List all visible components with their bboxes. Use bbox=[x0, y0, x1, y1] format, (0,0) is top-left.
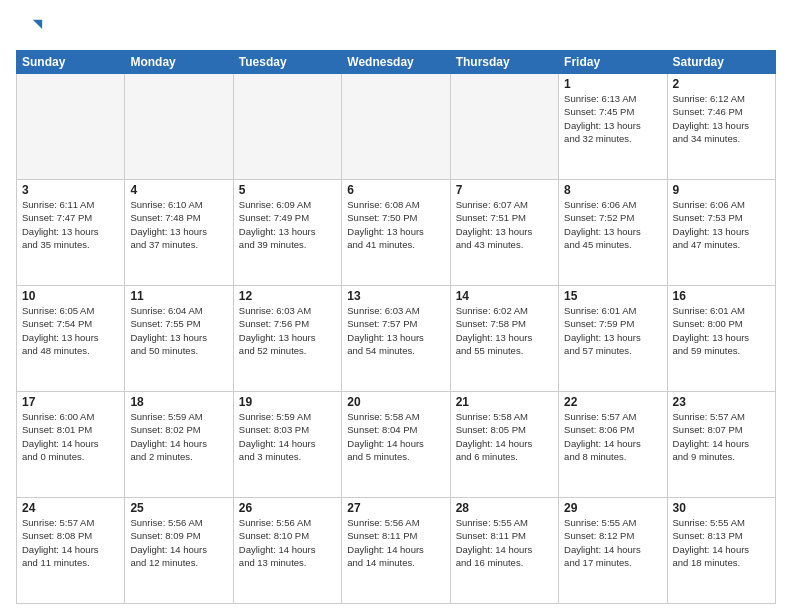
calendar-day-cell: 19Sunrise: 5:59 AMSunset: 8:03 PMDayligh… bbox=[233, 392, 341, 498]
day-number: 23 bbox=[673, 395, 770, 409]
day-number: 9 bbox=[673, 183, 770, 197]
day-info: Sunrise: 5:57 AMSunset: 8:06 PMDaylight:… bbox=[564, 410, 661, 463]
day-number: 4 bbox=[130, 183, 227, 197]
calendar-week-row: 1Sunrise: 6:13 AMSunset: 7:45 PMDaylight… bbox=[17, 74, 776, 180]
day-number: 30 bbox=[673, 501, 770, 515]
day-number: 28 bbox=[456, 501, 553, 515]
day-number: 3 bbox=[22, 183, 119, 197]
day-info: Sunrise: 6:03 AMSunset: 7:57 PMDaylight:… bbox=[347, 304, 444, 357]
day-info: Sunrise: 6:02 AMSunset: 7:58 PMDaylight:… bbox=[456, 304, 553, 357]
calendar-day-cell: 14Sunrise: 6:02 AMSunset: 7:58 PMDayligh… bbox=[450, 286, 558, 392]
logo-icon bbox=[16, 16, 44, 44]
calendar-day-cell: 29Sunrise: 5:55 AMSunset: 8:12 PMDayligh… bbox=[559, 498, 667, 604]
day-info: Sunrise: 5:57 AMSunset: 8:08 PMDaylight:… bbox=[22, 516, 119, 569]
day-info: Sunrise: 5:56 AMSunset: 8:09 PMDaylight:… bbox=[130, 516, 227, 569]
day-info: Sunrise: 6:08 AMSunset: 7:50 PMDaylight:… bbox=[347, 198, 444, 251]
day-info: Sunrise: 6:06 AMSunset: 7:53 PMDaylight:… bbox=[673, 198, 770, 251]
calendar-day-header: Monday bbox=[125, 51, 233, 74]
day-info: Sunrise: 6:01 AMSunset: 8:00 PMDaylight:… bbox=[673, 304, 770, 357]
calendar-day-cell: 13Sunrise: 6:03 AMSunset: 7:57 PMDayligh… bbox=[342, 286, 450, 392]
day-info: Sunrise: 6:09 AMSunset: 7:49 PMDaylight:… bbox=[239, 198, 336, 251]
calendar-day-cell bbox=[125, 74, 233, 180]
calendar-day-header: Sunday bbox=[17, 51, 125, 74]
calendar-day-cell: 1Sunrise: 6:13 AMSunset: 7:45 PMDaylight… bbox=[559, 74, 667, 180]
calendar-day-cell: 22Sunrise: 5:57 AMSunset: 8:06 PMDayligh… bbox=[559, 392, 667, 498]
day-info: Sunrise: 5:56 AMSunset: 8:11 PMDaylight:… bbox=[347, 516, 444, 569]
calendar-week-row: 3Sunrise: 6:11 AMSunset: 7:47 PMDaylight… bbox=[17, 180, 776, 286]
calendar-day-cell: 17Sunrise: 6:00 AMSunset: 8:01 PMDayligh… bbox=[17, 392, 125, 498]
day-info: Sunrise: 6:13 AMSunset: 7:45 PMDaylight:… bbox=[564, 92, 661, 145]
day-number: 21 bbox=[456, 395, 553, 409]
day-info: Sunrise: 6:07 AMSunset: 7:51 PMDaylight:… bbox=[456, 198, 553, 251]
calendar-week-row: 24Sunrise: 5:57 AMSunset: 8:08 PMDayligh… bbox=[17, 498, 776, 604]
day-number: 26 bbox=[239, 501, 336, 515]
calendar-day-cell: 16Sunrise: 6:01 AMSunset: 8:00 PMDayligh… bbox=[667, 286, 775, 392]
day-number: 25 bbox=[130, 501, 227, 515]
calendar-day-header: Wednesday bbox=[342, 51, 450, 74]
day-info: Sunrise: 6:04 AMSunset: 7:55 PMDaylight:… bbox=[130, 304, 227, 357]
day-info: Sunrise: 5:57 AMSunset: 8:07 PMDaylight:… bbox=[673, 410, 770, 463]
calendar-day-cell: 30Sunrise: 5:55 AMSunset: 8:13 PMDayligh… bbox=[667, 498, 775, 604]
calendar-day-cell: 18Sunrise: 5:59 AMSunset: 8:02 PMDayligh… bbox=[125, 392, 233, 498]
calendar-day-cell: 28Sunrise: 5:55 AMSunset: 8:11 PMDayligh… bbox=[450, 498, 558, 604]
page: SundayMondayTuesdayWednesdayThursdayFrid… bbox=[0, 0, 792, 612]
calendar-day-cell: 3Sunrise: 6:11 AMSunset: 7:47 PMDaylight… bbox=[17, 180, 125, 286]
day-number: 13 bbox=[347, 289, 444, 303]
calendar-day-header: Tuesday bbox=[233, 51, 341, 74]
day-number: 6 bbox=[347, 183, 444, 197]
calendar-day-header: Thursday bbox=[450, 51, 558, 74]
day-number: 12 bbox=[239, 289, 336, 303]
calendar-day-cell: 27Sunrise: 5:56 AMSunset: 8:11 PMDayligh… bbox=[342, 498, 450, 604]
day-number: 11 bbox=[130, 289, 227, 303]
day-info: Sunrise: 6:01 AMSunset: 7:59 PMDaylight:… bbox=[564, 304, 661, 357]
day-number: 19 bbox=[239, 395, 336, 409]
calendar-header-row: SundayMondayTuesdayWednesdayThursdayFrid… bbox=[17, 51, 776, 74]
calendar-day-cell bbox=[17, 74, 125, 180]
day-info: Sunrise: 6:03 AMSunset: 7:56 PMDaylight:… bbox=[239, 304, 336, 357]
day-number: 27 bbox=[347, 501, 444, 515]
calendar-day-header: Saturday bbox=[667, 51, 775, 74]
svg-rect-1 bbox=[18, 20, 35, 41]
day-info: Sunrise: 6:10 AMSunset: 7:48 PMDaylight:… bbox=[130, 198, 227, 251]
day-number: 8 bbox=[564, 183, 661, 197]
calendar-day-cell: 21Sunrise: 5:58 AMSunset: 8:05 PMDayligh… bbox=[450, 392, 558, 498]
calendar-day-cell: 6Sunrise: 6:08 AMSunset: 7:50 PMDaylight… bbox=[342, 180, 450, 286]
calendar-day-cell bbox=[342, 74, 450, 180]
day-number: 29 bbox=[564, 501, 661, 515]
day-number: 1 bbox=[564, 77, 661, 91]
calendar-day-cell: 23Sunrise: 5:57 AMSunset: 8:07 PMDayligh… bbox=[667, 392, 775, 498]
logo bbox=[16, 16, 48, 44]
day-info: Sunrise: 5:55 AMSunset: 8:11 PMDaylight:… bbox=[456, 516, 553, 569]
calendar-day-cell: 12Sunrise: 6:03 AMSunset: 7:56 PMDayligh… bbox=[233, 286, 341, 392]
calendar-day-cell: 20Sunrise: 5:58 AMSunset: 8:04 PMDayligh… bbox=[342, 392, 450, 498]
calendar-day-cell: 15Sunrise: 6:01 AMSunset: 7:59 PMDayligh… bbox=[559, 286, 667, 392]
calendar-day-cell bbox=[233, 74, 341, 180]
calendar-day-cell: 2Sunrise: 6:12 AMSunset: 7:46 PMDaylight… bbox=[667, 74, 775, 180]
day-info: Sunrise: 6:05 AMSunset: 7:54 PMDaylight:… bbox=[22, 304, 119, 357]
calendar-day-cell: 7Sunrise: 6:07 AMSunset: 7:51 PMDaylight… bbox=[450, 180, 558, 286]
day-number: 7 bbox=[456, 183, 553, 197]
calendar-day-cell: 24Sunrise: 5:57 AMSunset: 8:08 PMDayligh… bbox=[17, 498, 125, 604]
day-info: Sunrise: 6:11 AMSunset: 7:47 PMDaylight:… bbox=[22, 198, 119, 251]
day-number: 14 bbox=[456, 289, 553, 303]
calendar-day-cell: 10Sunrise: 6:05 AMSunset: 7:54 PMDayligh… bbox=[17, 286, 125, 392]
header bbox=[16, 12, 776, 44]
calendar-day-cell: 11Sunrise: 6:04 AMSunset: 7:55 PMDayligh… bbox=[125, 286, 233, 392]
day-info: Sunrise: 5:55 AMSunset: 8:13 PMDaylight:… bbox=[673, 516, 770, 569]
calendar-day-cell: 9Sunrise: 6:06 AMSunset: 7:53 PMDaylight… bbox=[667, 180, 775, 286]
day-info: Sunrise: 5:59 AMSunset: 8:02 PMDaylight:… bbox=[130, 410, 227, 463]
calendar-week-row: 17Sunrise: 6:00 AMSunset: 8:01 PMDayligh… bbox=[17, 392, 776, 498]
calendar-day-cell bbox=[450, 74, 558, 180]
day-info: Sunrise: 5:55 AMSunset: 8:12 PMDaylight:… bbox=[564, 516, 661, 569]
calendar-table: SundayMondayTuesdayWednesdayThursdayFrid… bbox=[16, 50, 776, 604]
day-number: 22 bbox=[564, 395, 661, 409]
day-number: 10 bbox=[22, 289, 119, 303]
day-info: Sunrise: 5:59 AMSunset: 8:03 PMDaylight:… bbox=[239, 410, 336, 463]
calendar-day-cell: 4Sunrise: 6:10 AMSunset: 7:48 PMDaylight… bbox=[125, 180, 233, 286]
day-number: 15 bbox=[564, 289, 661, 303]
day-number: 24 bbox=[22, 501, 119, 515]
day-info: Sunrise: 5:58 AMSunset: 8:05 PMDaylight:… bbox=[456, 410, 553, 463]
svg-marker-0 bbox=[33, 20, 42, 29]
day-number: 20 bbox=[347, 395, 444, 409]
calendar-day-cell: 26Sunrise: 5:56 AMSunset: 8:10 PMDayligh… bbox=[233, 498, 341, 604]
